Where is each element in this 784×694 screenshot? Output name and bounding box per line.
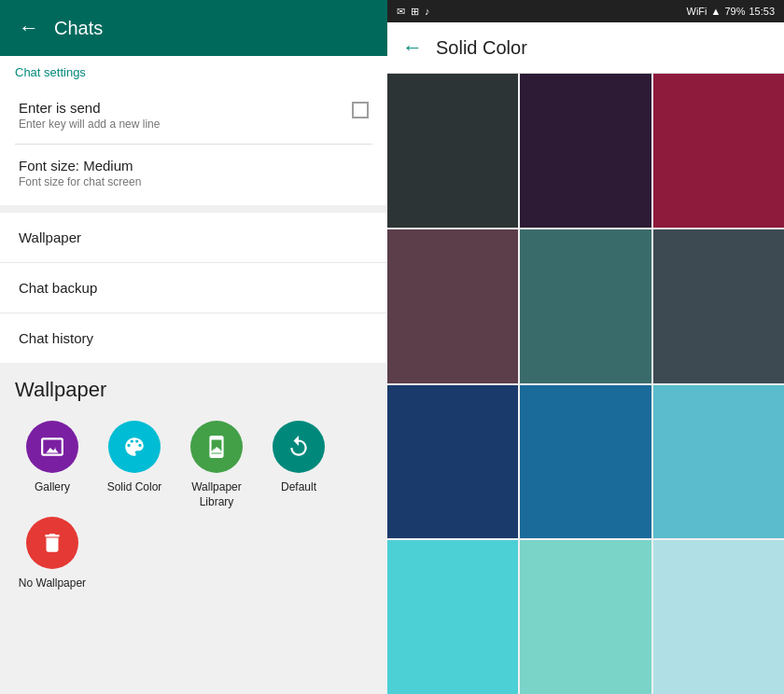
enter-is-send-title: Enter is send — [19, 100, 160, 116]
default-label: Default — [281, 480, 316, 495]
color-cell-11[interactable] — [653, 540, 784, 694]
color-grid — [387, 74, 784, 694]
color-cell-4[interactable] — [520, 229, 651, 383]
color-cell-9[interactable] — [387, 540, 518, 694]
solid-color-label: Solid Color — [107, 480, 162, 495]
default-option[interactable]: Default — [261, 421, 336, 509]
signal-icon: ▲ — [711, 6, 721, 17]
right-header: ← Solid Color — [387, 22, 784, 74]
gallery-icon — [26, 421, 78, 473]
enter-is-send-subtitle: Enter key will add a new line — [19, 118, 160, 131]
gallery-option[interactable]: Gallery — [15, 421, 90, 509]
no-wallpaper-label: No Wallpaper — [19, 576, 86, 591]
enter-is-send-item[interactable]: Enter is send Enter key will add a new l… — [15, 87, 372, 145]
solid-color-icon — [108, 421, 161, 473]
color-cell-5[interactable] — [653, 229, 784, 383]
wallpaper-library-icon — [190, 421, 243, 473]
wifi-icon: WiFi — [687, 6, 707, 17]
solid-color-option[interactable]: Solid Color — [97, 421, 172, 509]
clock: 15:53 — [749, 6, 775, 17]
menu-item-chat-history[interactable]: Chat history — [0, 313, 387, 363]
color-cell-10[interactable] — [520, 540, 651, 694]
wallpaper-options: Gallery Solid Color Wallpaper Libr — [15, 421, 372, 591]
gallery-label: Gallery — [35, 480, 70, 495]
wallpaper-library-option[interactable]: Wallpaper Library — [179, 421, 254, 509]
status-right: WiFi ▲ 79% 15:53 — [687, 6, 775, 17]
left-panel-title: Chats — [54, 18, 103, 39]
right-panel-title: Solid Color — [436, 37, 527, 59]
settings-section-label: Chat settings — [15, 65, 372, 79]
font-size-title: Font size: Medium — [19, 158, 369, 174]
color-cell-6[interactable] — [387, 385, 518, 539]
battery-level: 79% — [724, 6, 745, 17]
color-cell-7[interactable] — [520, 385, 651, 539]
enter-is-send-checkbox[interactable] — [352, 102, 369, 118]
color-cell-0[interactable] — [387, 74, 518, 228]
wallpaper-library-label: Wallpaper Library — [179, 480, 254, 509]
menu-item-chat-backup[interactable]: Chat backup — [0, 263, 387, 313]
email-status-icon: ✉ — [397, 6, 405, 18]
menu-items: Wallpaper Chat backup Chat history — [0, 213, 387, 363]
left-header: ← Chats — [0, 0, 387, 56]
settings-section: Chat settings Enter is send Enter key wi… — [0, 56, 387, 205]
status-left-icons: ✉ ⊞ ♪ — [397, 6, 430, 18]
color-cell-1[interactable] — [520, 74, 651, 228]
no-wallpaper-icon — [26, 517, 78, 569]
color-cell-2[interactable] — [653, 74, 784, 228]
font-size-item[interactable]: Font size: Medium Font size for chat scr… — [15, 145, 372, 201]
color-cell-3[interactable] — [387, 229, 518, 383]
back-arrow-right[interactable]: ← — [402, 35, 423, 60]
status-bar: ✉ ⊞ ♪ WiFi ▲ 79% 15:53 — [387, 0, 784, 22]
default-icon — [273, 421, 325, 473]
wallpaper-section: Wallpaper Gallery Solid Color — [0, 363, 387, 694]
left-panel: ← Chats Chat settings Enter is send Ente… — [0, 0, 387, 694]
back-arrow-left[interactable]: ← — [19, 16, 39, 40]
menu-item-wallpaper[interactable]: Wallpaper — [0, 213, 387, 263]
right-panel: ✉ ⊞ ♪ WiFi ▲ 79% 15:53 ← Solid Color — [387, 0, 784, 694]
no-wallpaper-option[interactable]: No Wallpaper — [15, 517, 90, 591]
font-size-subtitle: Font size for chat screen — [19, 175, 369, 188]
sound-status-icon: ♪ — [425, 6, 430, 17]
wallpaper-section-title: Wallpaper — [15, 378, 372, 402]
camera-status-icon: ⊞ — [411, 6, 419, 18]
color-cell-8[interactable] — [653, 385, 784, 539]
